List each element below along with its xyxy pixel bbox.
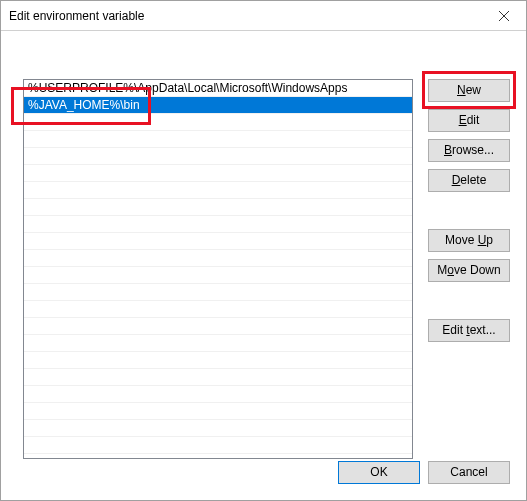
dialog-footer: OK Cancel [338,461,510,484]
edit-text-button[interactable]: Edit text... [428,319,510,342]
path-listbox[interactable]: %USERPROFILE%\AppData\Local\Microsoft\Wi… [23,79,413,459]
move-down-button[interactable]: Move Down [428,259,510,282]
browse-button[interactable]: Browse... [428,139,510,162]
move-up-button[interactable]: Move Up [428,229,510,252]
close-icon [499,11,509,21]
window-title: Edit environment variable [9,9,481,23]
list-item[interactable]: %USERPROFILE%\AppData\Local\Microsoft\Wi… [24,80,412,97]
edit-button[interactable]: Edit [428,109,510,132]
list-item[interactable]: %JAVA_HOME%\bin [24,97,412,114]
delete-button[interactable]: Delete [428,169,510,192]
close-button[interactable] [481,1,526,30]
new-button[interactable]: New [428,79,510,102]
ok-button[interactable]: OK [338,461,420,484]
button-column: New Edit Browse... Delete Move Up Move D… [428,79,510,349]
dialog-content: %USERPROFILE%\AppData\Local\Microsoft\Wi… [1,31,526,500]
list-filler [24,114,412,454]
titlebar: Edit environment variable [1,1,526,31]
cancel-button[interactable]: Cancel [428,461,510,484]
